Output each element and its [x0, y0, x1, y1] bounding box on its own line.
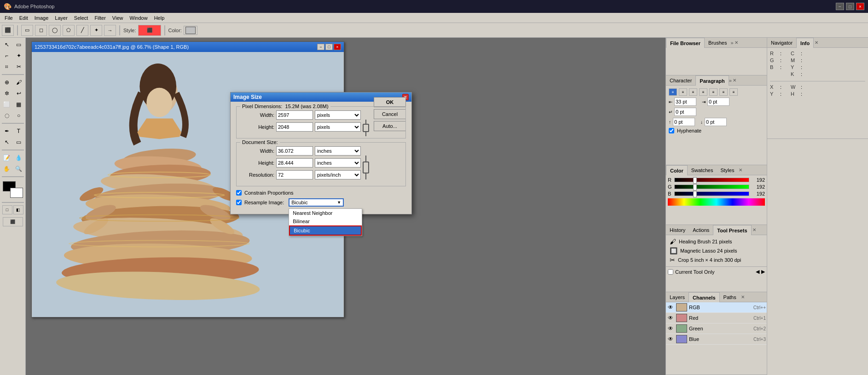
- doc-width-row: Width: inches cm mm points picas columns: [241, 146, 364, 156]
- dialog-body: OK Cancel Auto... Pixel Dimensions: 15.2…: [231, 102, 411, 214]
- bottom-options: Constrain Proportions Resample Image: Bi…: [236, 190, 406, 207]
- doc-width-input[interactable]: [276, 146, 313, 156]
- pixel-height-row: Height: pixels percent: [241, 122, 364, 132]
- pixel-dimensions-group: Pixel Dimensions: 15.2M (was 2.08M) Widt…: [236, 106, 406, 138]
- resample-select[interactable]: Bicubic ▼: [289, 198, 344, 207]
- pixel-height-label: Height:: [241, 124, 274, 130]
- pixel-inputs: Width: pixels percent Height: pixels: [241, 110, 364, 134]
- pixel-width-label: Width:: [241, 112, 274, 118]
- ok-button[interactable]: OK: [374, 97, 406, 107]
- dropdown-nearest-neighbor[interactable]: Nearest Neighbor: [289, 209, 362, 217]
- pixel-width-row: Width: pixels percent: [241, 110, 364, 120]
- doc-height-label: Height:: [241, 160, 274, 166]
- doc-res-row: Resolution: pixels/inch pixels/cm: [241, 170, 364, 179]
- pixel-height-unit-select[interactable]: pixels percent: [315, 122, 361, 132]
- image-size-dialog: Image Size × OK Cancel Auto... Pixel Dim…: [230, 92, 412, 214]
- resample-select-container: Bicubic ▼ Nearest Neighbor Bilinear Bicu…: [289, 198, 344, 207]
- resample-label: Resample Image:: [244, 200, 284, 205]
- resample-selected-value: Bicubic: [291, 200, 337, 205]
- document-size-group: Document Size: Width: inches cm mm point…: [236, 142, 406, 186]
- constrain-checkbox[interactable]: [236, 190, 242, 196]
- doc-height-row: Height: inches cm mm: [241, 158, 364, 167]
- dropdown-bicubic[interactable]: Bicubic: [289, 225, 362, 236]
- doc-res-unit-select[interactable]: pixels/inch pixels/cm: [315, 170, 361, 179]
- doc-height-unit-select[interactable]: inches cm mm: [315, 158, 361, 167]
- resample-checkbox[interactable]: [236, 200, 242, 205]
- doc-width-unit-select[interactable]: inches cm mm points picas columns: [315, 146, 361, 156]
- pixel-width-input[interactable]: [276, 110, 313, 120]
- constrain-label: Constrain Proportions: [244, 190, 293, 196]
- doc-size-label: Document Size:: [240, 139, 280, 145]
- resample-dropdown: Nearest Neighbor Bilinear Bicubic: [289, 208, 362, 236]
- app: 🎨 Adobe Photoshop − □ × File Edit Image …: [0, 0, 868, 375]
- doc-res-input[interactable]: [276, 170, 313, 179]
- doc-link-icon: [362, 156, 370, 179]
- doc-height-input[interactable]: [276, 158, 313, 167]
- dropdown-bilinear[interactable]: Bilinear: [289, 217, 362, 225]
- pixel-link-icon: [362, 120, 370, 136]
- resample-row: Resample Image: Bicubic ▼ Nearest Neighb…: [236, 198, 406, 207]
- dialog-title: Image Size: [233, 94, 262, 100]
- dialog-overlay: Image Size × OK Cancel Auto... Pixel Dim…: [0, 0, 868, 375]
- pixel-width-unit-select[interactable]: pixels percent: [315, 110, 361, 120]
- pixel-dim-label: Pixel Dimensions: 15.2M (was 2.08M): [240, 104, 330, 109]
- resample-dropdown-arrow[interactable]: ▼: [337, 200, 341, 205]
- doc-res-label: Resolution:: [241, 172, 274, 178]
- pixel-height-input[interactable]: [276, 122, 313, 132]
- constrain-row: Constrain Proportions: [236, 190, 406, 196]
- doc-width-label: Width:: [241, 148, 274, 154]
- doc-inputs: Width: inches cm mm points picas columns: [241, 146, 364, 179]
